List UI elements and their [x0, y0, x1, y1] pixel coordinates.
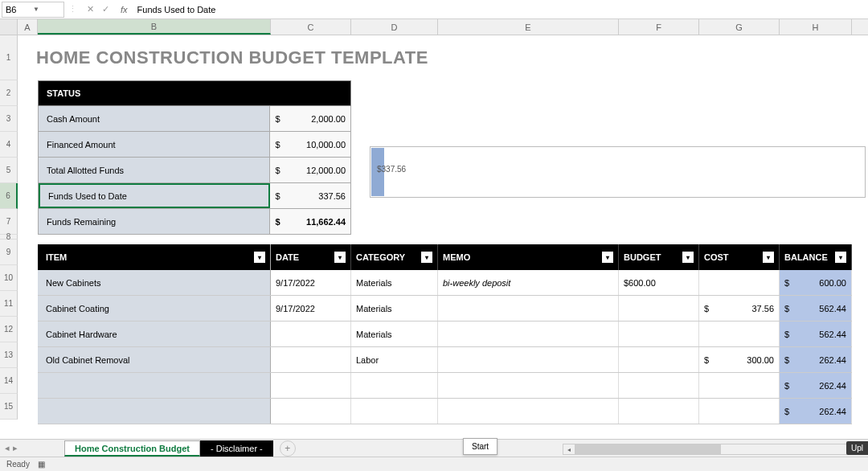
sheet-content: HOME CONSTRUCTION BUDGET TEMPLATE STATUS… [18, 35, 868, 424]
upload-badge[interactable]: Upl [846, 441, 868, 455]
cell-category [351, 373, 438, 398]
col-header-A[interactable]: A [18, 19, 38, 35]
status-row[interactable]: Total Allotted Funds $12,000.00 [38, 158, 351, 183]
prev-sheet-icon[interactable]: ◂ [5, 443, 10, 453]
col-item[interactable]: ITEM▾ [38, 244, 271, 270]
row-header[interactable]: 5 [0, 158, 18, 183]
cancel-icon[interactable]: ✕ [87, 4, 94, 14]
cell-item: Old Cabinet Removal [38, 347, 271, 372]
scroll-track[interactable] [575, 444, 855, 455]
table-row[interactable]: $262.44 [38, 373, 852, 399]
formula-input[interactable] [133, 5, 868, 14]
add-sheet-button[interactable]: + [280, 440, 296, 457]
chevron-down-icon[interactable]: ▼ [33, 6, 60, 13]
cell-item: Cabinet Coating [38, 296, 271, 321]
row-header[interactable]: 12 [0, 317, 18, 342]
start-button[interactable]: Start [463, 438, 497, 455]
row-header[interactable]: 6 [0, 183, 18, 209]
fx-icon[interactable]: fx [116, 5, 133, 14]
data-table: ITEM▾ DATE▾ CATEGORY▾ MEMO▾ BUDGET▾ COST… [18, 244, 868, 424]
row-header[interactable]: 15 [0, 394, 18, 420]
col-date[interactable]: DATE▾ [271, 244, 351, 270]
grid-area: 1 2 3 4 5 6 7 8 9 10 11 12 13 14 15 HOME… [0, 35, 868, 437]
status-row-selected[interactable]: Funds Used to Date $337.56 [38, 183, 351, 209]
row-header[interactable]: 4 [0, 132, 18, 158]
table-row[interactable]: $262.44 [38, 399, 852, 424]
horizontal-scrollbar[interactable]: ◂ ▸ [563, 442, 868, 457]
col-header-H[interactable]: H [780, 19, 852, 35]
status-row[interactable]: Funds Remaining $11,662.44 [38, 209, 351, 235]
page-title: HOME CONSTRUCTION BUDGET TEMPLATE [36, 47, 428, 68]
col-header-C[interactable]: C [271, 19, 351, 35]
filter-icon[interactable]: ▾ [334, 252, 346, 263]
col-memo[interactable]: MEMO▾ [438, 244, 619, 270]
col-budget[interactable]: BUDGET▾ [619, 244, 699, 270]
row-header[interactable]: 9 [0, 240, 18, 265]
cell-budget [619, 347, 699, 372]
col-balance[interactable]: BALANCE▾ [780, 244, 852, 270]
col-header-F[interactable]: F [619, 19, 699, 35]
scroll-left-icon[interactable]: ◂ [563, 444, 575, 455]
table-row[interactable]: Old Cabinet Removal Labor $300.00 $262.4… [38, 347, 852, 373]
chart[interactable]: $337.56 [370, 146, 866, 198]
cell-cost [699, 322, 780, 346]
col-header-D[interactable]: D [351, 19, 438, 35]
cell-cost [699, 270, 780, 295]
row-header[interactable]: 10 [0, 265, 18, 291]
cell-budget [619, 373, 699, 398]
row-headers: 1 2 3 4 5 6 7 8 9 10 11 12 13 14 15 [0, 35, 18, 420]
filter-icon[interactable]: ▾ [682, 252, 694, 263]
cell-memo [438, 296, 619, 321]
tab-disclaimer[interactable]: - Disclaimer - [200, 440, 273, 457]
status-label: Funds Remaining [39, 209, 270, 234]
row-header[interactable]: 7 [0, 209, 18, 235]
select-all-corner[interactable] [0, 19, 18, 35]
cell-budget: $600.00 [619, 270, 699, 295]
table-header-row: ITEM▾ DATE▾ CATEGORY▾ MEMO▾ BUDGET▾ COST… [38, 244, 852, 270]
cell-cost: $300.00 [699, 347, 780, 372]
status-header: STATUS [38, 80, 351, 106]
next-sheet-icon[interactable]: ▸ [13, 443, 18, 453]
cell-memo [438, 322, 619, 346]
name-box[interactable]: B6 ▼ [2, 2, 64, 18]
status-row[interactable]: Cash Amount $2,000.00 [38, 106, 351, 132]
table-row[interactable]: Cabinet Hardware Materials $562.44 [38, 322, 852, 347]
table-row[interactable]: Cabinet Coating 9/17/2022 Materials $37.… [38, 296, 852, 322]
row-header[interactable]: 3 [0, 106, 18, 132]
status-value: $337.56 [270, 183, 350, 208]
col-category[interactable]: CATEGORY▾ [351, 244, 438, 270]
table-row[interactable]: New Cabinets 9/17/2022 Materials bi-week… [38, 270, 852, 296]
status-row[interactable]: Financed Amount $10,000.00 [38, 132, 351, 158]
filter-icon[interactable]: ▾ [254, 252, 265, 263]
row-header[interactable]: 11 [0, 291, 18, 317]
filter-icon[interactable]: ▾ [835, 252, 846, 263]
cell-balance: $600.00 [780, 270, 852, 295]
accept-icon[interactable]: ✓ [102, 4, 109, 14]
cell-budget [619, 296, 699, 321]
formula-bar: B6 ▼ ⋮ ✕ ✓ fx [0, 0, 868, 19]
cell-date [271, 347, 351, 372]
row-header[interactable]: 14 [0, 368, 18, 394]
cell-balance: $262.44 [780, 399, 852, 424]
tab-home-construction[interactable]: Home Construction Budget [64, 440, 200, 457]
cell-memo [438, 347, 619, 372]
cell-cost [699, 399, 780, 424]
col-header-B[interactable]: B [38, 19, 271, 35]
cell-date [271, 399, 351, 424]
row-header[interactable]: 2 [0, 80, 18, 106]
col-header-E[interactable]: E [438, 19, 619, 35]
filter-icon[interactable]: ▾ [602, 252, 613, 263]
col-header-G[interactable]: G [699, 19, 780, 35]
macro-icon[interactable]: ▦ [38, 460, 45, 469]
cell-date: 9/17/2022 [271, 296, 351, 321]
col-cost[interactable]: COST▾ [699, 244, 780, 270]
status-ready: Ready [6, 460, 30, 469]
cell-memo [438, 399, 619, 424]
row-header[interactable]: 1 [0, 35, 18, 80]
row-header[interactable]: 13 [0, 342, 18, 368]
filter-icon[interactable]: ▾ [421, 252, 432, 263]
chart-label: $337.56 [377, 165, 406, 174]
filter-icon[interactable]: ▾ [763, 252, 774, 263]
column-headers: A B C D E F G H [0, 19, 868, 35]
scroll-thumb[interactable] [576, 444, 721, 454]
